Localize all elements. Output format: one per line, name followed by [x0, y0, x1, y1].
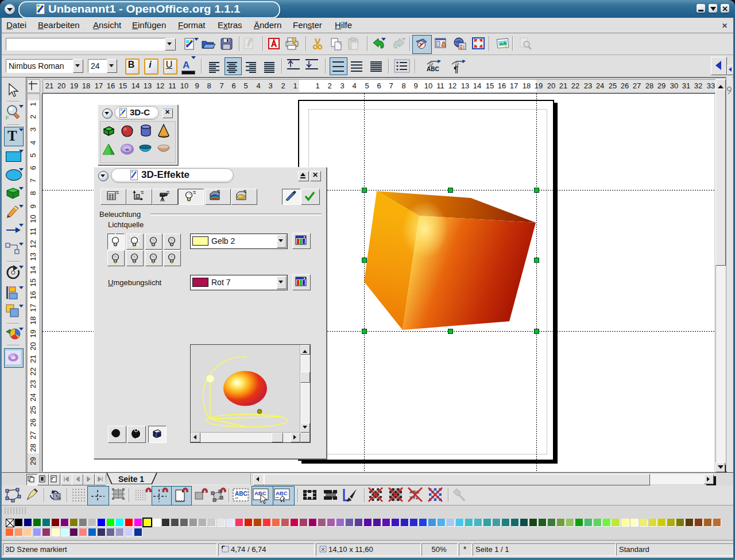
svg-text:ABC: ABC — [235, 491, 247, 497]
svg-text:ABC: ABC — [427, 66, 439, 72]
svg-text:ABC: ABC — [254, 490, 266, 496]
svg-text:ABC: ABC — [276, 490, 288, 496]
